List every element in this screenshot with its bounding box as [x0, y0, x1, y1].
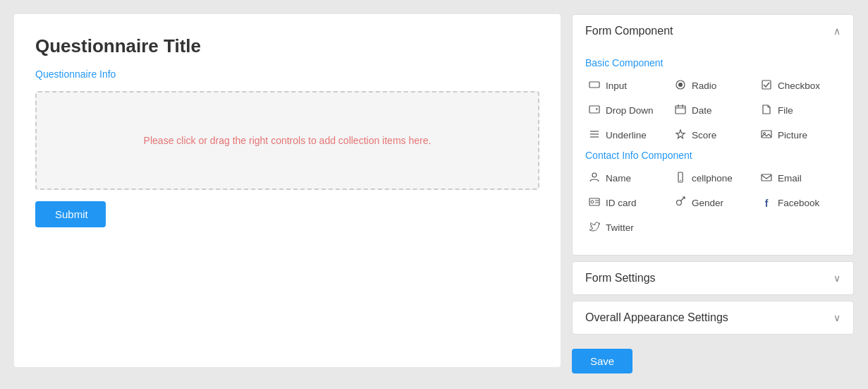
facebook-icon: f	[760, 198, 773, 209]
right-panel: Form Component ∧ Basic Component Input	[572, 14, 854, 373]
gender-label: Gender	[692, 198, 723, 208]
left-panel: Questionnaire Title Questionnaire Info P…	[14, 14, 561, 367]
picture-label: Picture	[778, 130, 807, 140]
name-icon	[588, 172, 601, 185]
svg-line-25	[681, 197, 685, 201]
idcard-icon	[588, 196, 601, 210]
form-settings-collapse-icon: ∨	[833, 273, 841, 284]
basic-component-grid: Input Radio Checkbox	[585, 77, 841, 144]
svg-rect-0	[589, 82, 599, 88]
component-date[interactable]: Date	[671, 102, 754, 119]
date-icon	[674, 104, 687, 117]
appearance-settings-section: Overall Appearance Settings ∨	[572, 301, 854, 335]
svg-point-21	[591, 201, 594, 203]
name-label: Name	[606, 173, 631, 184]
drop-zone-text: Please click or drag the right controls …	[144, 135, 432, 146]
svg-point-3	[678, 83, 683, 87]
component-facebook[interactable]: f Facebook	[757, 194, 841, 212]
form-component-section: Form Component ∧ Basic Component Input	[572, 14, 854, 256]
twitter-label: Twitter	[606, 222, 634, 233]
gender-icon	[674, 196, 687, 210]
component-file[interactable]: File	[757, 102, 841, 119]
appearance-collapse-icon: ∨	[833, 312, 841, 323]
input-icon	[588, 79, 601, 92]
score-icon	[674, 128, 687, 142]
email-label: Email	[778, 173, 802, 184]
component-picture[interactable]: Picture	[757, 126, 841, 144]
checkbox-label: Checkbox	[778, 80, 820, 91]
questionnaire-title: Questionnaire Title	[35, 35, 539, 57]
twitter-icon	[588, 221, 601, 234]
form-component-header[interactable]: Form Component ∧	[573, 15, 853, 47]
component-name[interactable]: Name	[585, 169, 668, 187]
appearance-settings-header[interactable]: Overall Appearance Settings ∨	[573, 301, 853, 334]
component-idcard[interactable]: ID card	[585, 194, 668, 212]
form-component-collapse-icon: ∧	[833, 25, 841, 37]
cellphone-icon	[674, 172, 687, 185]
component-cellphone[interactable]: cellphone	[671, 169, 754, 187]
save-button[interactable]: Save	[572, 349, 632, 373]
svg-point-24	[677, 201, 682, 205]
component-dropdown[interactable]: Drop Down	[585, 102, 668, 119]
component-input[interactable]: Input	[585, 77, 668, 95]
basic-component-subtitle: Basic Component	[585, 57, 841, 68]
date-label: Date	[692, 105, 712, 116]
component-gender[interactable]: Gender	[671, 194, 754, 212]
component-underline[interactable]: Underline	[585, 126, 668, 144]
svg-rect-5	[589, 106, 599, 113]
component-twitter[interactable]: Twitter	[585, 219, 668, 237]
idcard-label: ID card	[606, 198, 637, 208]
svg-rect-19	[762, 174, 771, 181]
contact-component-grid: Name cellphone Email	[585, 169, 841, 237]
underline-label: Underline	[606, 130, 647, 140]
input-label: Input	[606, 80, 627, 91]
form-settings-title: Form Settings	[585, 272, 656, 285]
drop-zone[interactable]: Please click or drag the right controls …	[35, 91, 539, 190]
radio-icon	[674, 79, 687, 92]
component-radio[interactable]: Radio	[671, 77, 754, 95]
score-label: Score	[692, 130, 716, 140]
facebook-label: Facebook	[778, 198, 819, 208]
file-label: File	[778, 105, 793, 116]
svg-point-16	[592, 173, 597, 177]
email-icon	[760, 172, 773, 185]
form-settings-section: Form Settings ∨	[572, 261, 854, 295]
save-area: Save	[572, 340, 854, 373]
cellphone-label: cellphone	[692, 173, 733, 184]
svg-rect-4	[762, 80, 771, 89]
component-email[interactable]: Email	[757, 169, 841, 187]
picture-icon	[760, 128, 773, 142]
svg-point-18	[680, 180, 681, 181]
svg-rect-6	[676, 106, 685, 114]
file-icon	[760, 104, 773, 117]
submit-button[interactable]: Submit	[35, 201, 106, 227]
dropdown-label: Drop Down	[606, 105, 654, 116]
underline-icon	[588, 128, 601, 142]
contact-info-subtitle: Contact Info Component	[585, 150, 841, 161]
component-checkbox[interactable]: Checkbox	[757, 77, 841, 95]
form-component-content: Basic Component Input Radio	[573, 47, 853, 255]
radio-label: Radio	[692, 80, 716, 91]
questionnaire-info: Questionnaire Info	[35, 68, 539, 80]
form-settings-header[interactable]: Form Settings ∨	[573, 262, 853, 294]
dropdown-icon	[588, 104, 601, 117]
svg-marker-13	[676, 130, 685, 138]
checkbox-icon	[760, 79, 773, 92]
form-component-title: Form Component	[585, 25, 673, 37]
component-score[interactable]: Score	[671, 126, 754, 144]
appearance-title: Overall Appearance Settings	[585, 311, 728, 324]
